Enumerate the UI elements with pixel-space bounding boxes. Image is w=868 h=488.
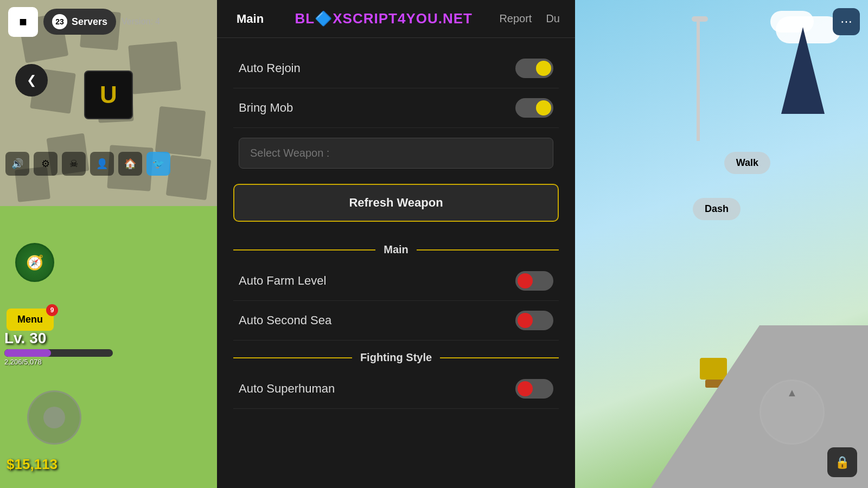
server-count: 23 [52,14,67,29]
divider-line-left [233,249,375,251]
section-fighting-divider: Fighting Style [233,351,559,364]
auto-rejoin-row: Auto Rejoin [233,49,559,88]
lock-button[interactable]: 🔒 [827,447,857,477]
joystick-inner [43,407,65,428]
brand-xscript: XSCRIPT4YOU.NET [333,10,473,27]
more-icon: ⋯ [840,15,852,29]
divider-line-left-2 [233,357,352,358]
brand-logo: BL🔷XSCRIPT4YOU.NET [272,10,495,27]
left-icons-bar: 🔊 ⚙ ☠ 👤 🏠 🐦 [5,152,170,176]
auto-farm-level-row: Auto Farm Level [233,261,559,301]
top-left-ui: ■ 23 Servers Version: 4 [0,0,217,43]
more-options-button[interactable]: ⋯ [833,8,860,35]
money-display: $15,113 [7,456,58,473]
walk-label: Walk [736,157,758,168]
skull-icon-btn[interactable]: ☠ [62,152,86,176]
home-icon-btn[interactable]: 🏠 [118,152,142,176]
auto-second-sea-label: Auto Second Sea [239,313,331,328]
roblox-icon[interactable]: ■ [8,7,38,37]
bring-mob-toggle[interactable] [515,98,553,118]
panel-content[interactable]: Auto Rejoin Bring Mob Refresh Weapon Mai… [217,38,575,488]
brand-bl: BL [295,10,315,27]
dash-button[interactable]: Dash [693,198,741,220]
server-label: Servers [72,16,107,28]
walk-button[interactable]: Walk [724,152,770,174]
u-letter: U [100,81,117,108]
section-main-divider: Main [233,243,559,256]
tab-report-label: Report [499,12,532,24]
dpad[interactable]: ▲ [760,380,825,445]
cloud-2 [770,11,814,33]
auto-rejoin-toggle[interactable] [515,59,553,78]
lamp-post [697,22,700,141]
select-weapon-input[interactable] [239,138,553,169]
sound-icon-btn[interactable]: 🔊 [5,152,29,176]
nav-right-tabs: Report Du [495,8,564,29]
twitter-icon-btn[interactable]: 🐦 [146,152,170,176]
section-fighting-label: Fighting Style [360,351,432,364]
auto-farm-level-label: Auto Farm Level [239,274,326,288]
tab-du-label: Du [546,12,560,24]
lock-icon: 🔒 [835,455,850,470]
refresh-weapon-button[interactable]: Refresh Weapon [233,184,559,222]
divider-line-right [417,249,559,251]
menu-label: Menu [17,314,43,325]
auto-superhuman-label: Auto Superhuman [239,382,335,396]
auto-superhuman-toggle[interactable] [515,379,553,399]
tab-main[interactable]: Main [228,8,272,30]
bring-mob-label: Bring Mob [239,101,293,115]
version-text: Version: 4 [122,17,160,27]
xp-bar-container [4,349,113,357]
compass-needle: 🧭 [26,254,43,271]
auto-rejoin-label: Auto Rejoin [239,61,301,75]
player-icon-btn[interactable]: 👤 [90,152,114,176]
xp-bar [4,349,51,357]
menu-badge: 9 [46,304,58,316]
nav-bar: Main BL🔷XSCRIPT4YOU.NET Report Du [217,0,575,38]
settings-icon-btn[interactable]: ⚙ [34,152,58,176]
compass: 🧭 [15,243,54,282]
auto-second-sea-toggle[interactable] [515,311,553,330]
xp-text: 2,206/5,078 [4,358,113,366]
lamp-head [692,16,708,22]
dash-label: Dash [705,203,729,214]
tab-du[interactable]: Du [541,8,564,29]
tab-main-label: Main [237,12,264,25]
roblox-symbol: ■ [19,14,27,29]
select-weapon-row [233,133,559,173]
dpad-up-icon: ▲ [787,387,797,399]
u-logo: U [84,70,133,119]
center-panel: Main BL🔷XSCRIPT4YOU.NET Report Du Auto R… [217,0,575,488]
auto-farm-level-toggle[interactable] [515,271,553,291]
joystick[interactable] [27,390,81,445]
divider-line-right-2 [440,357,559,358]
level-text: Lv. 30 [4,330,113,347]
level-info: Lv. 30 2,206/5,078 [4,330,113,366]
menu-button[interactable]: Menu 9 [7,309,54,331]
auto-superhuman-row: Auto Superhuman [233,369,559,409]
brand-diamond: 🔷 [315,10,333,27]
servers-button[interactable]: 23 Servers [43,9,116,35]
crate [700,358,727,380]
auto-second-sea-row: Auto Second Sea [233,301,559,341]
arrow-left-icon: ❮ [27,73,36,87]
refresh-weapon-label: Refresh Weapon [349,196,443,209]
back-arrow-button[interactable]: ❮ [15,64,48,97]
section-main-label: Main [384,243,409,256]
bring-mob-row: Bring Mob [233,88,559,128]
tab-report[interactable]: Report [495,8,536,29]
